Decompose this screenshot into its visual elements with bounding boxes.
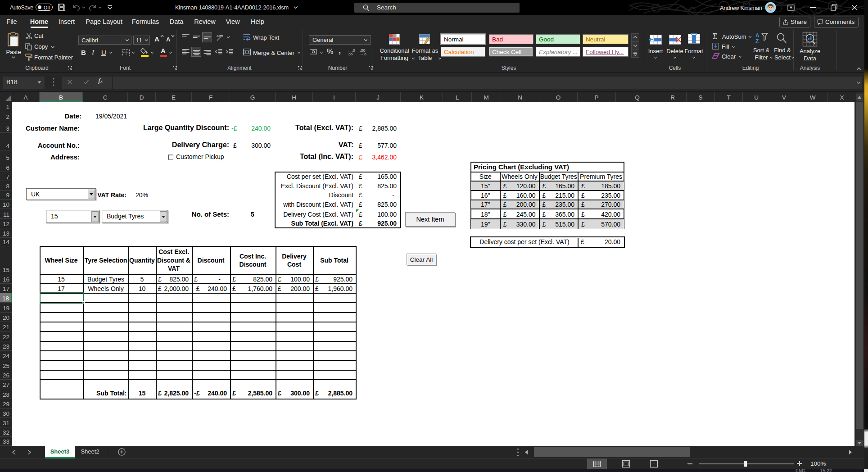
svg-text:A: A bbox=[755, 32, 760, 39]
svg-text:Z: Z bbox=[755, 38, 759, 44]
svg-text:ab: ab bbox=[217, 34, 221, 38]
svg-text:→.0: →.0 bbox=[360, 52, 366, 56]
svg-text:.00: .00 bbox=[348, 52, 353, 56]
